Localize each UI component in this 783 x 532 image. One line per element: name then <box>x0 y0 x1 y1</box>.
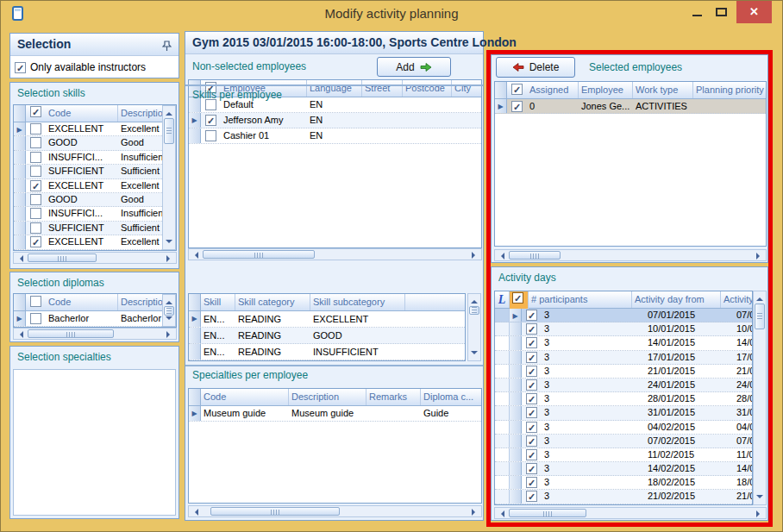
diplomas-grid-header[interactable]: Code Description <box>14 294 176 311</box>
non-selected-horizontal-scrollbar[interactable] <box>188 248 482 260</box>
selection-header: Selection <box>17 37 71 51</box>
skills-per-employee-header[interactable]: Skill Skill category Skill subcategory <box>189 294 465 311</box>
row-checkbox[interactable] <box>30 166 41 177</box>
non-selected-grid: ✓ Employee Language Street Postcode City… <box>188 79 482 248</box>
cell: GOOD <box>310 328 405 343</box>
close-button[interactable]: ✕ <box>736 1 772 23</box>
skills-vertical-scrollbar[interactable] <box>162 105 176 250</box>
row-checkbox[interactable]: ✓ <box>205 115 216 126</box>
row-checkbox[interactable] <box>30 137 41 148</box>
col-skill-category[interactable]: Skill category <box>235 294 310 310</box>
row-checkbox[interactable]: ✓ <box>30 236 41 247</box>
col-remarks[interactable]: Remarks <box>366 389 421 405</box>
non-selected-rows: DefaultEN▶✓Jefferson AmyENCashier 01EN <box>189 97 481 144</box>
selection-diplomas-panel: Selection diplomas Code Description ▶Bac… <box>9 272 179 342</box>
row-selector[interactable] <box>14 179 26 192</box>
skills-horizontal-scrollbar[interactable] <box>13 252 177 264</box>
skills-row[interactable]: INSUFFICI...Insufficient <box>14 151 176 165</box>
row-selector[interactable] <box>14 165 26 178</box>
skills-rows: ▶EXCELLENTExcellentGOODGoodINSUFFICI...I… <box>14 122 176 250</box>
cell: EXCELLENT <box>310 311 405 327</box>
skills-per-employee-vertical-scrollbar[interactable] <box>467 293 481 361</box>
row-selector[interactable] <box>14 222 26 235</box>
diplomas-vertical-scrollbar[interactable] <box>162 294 176 327</box>
only-available-checkbox[interactable]: ✓ <box>15 62 26 73</box>
cell: READING <box>235 360 310 361</box>
cell: EXCELLENT <box>46 235 118 248</box>
cell: SUFFICIENT <box>46 165 118 178</box>
add-button[interactable]: Add <box>377 57 451 77</box>
row-selector[interactable]: ▶ <box>189 113 201 128</box>
skills-row[interactable]: SUFFICIENTSufficient <box>14 165 176 178</box>
row-selector[interactable]: ▶ <box>14 311 26 326</box>
skills-row[interactable]: GOODGood <box>14 193 176 207</box>
row-checkbox[interactable] <box>205 130 216 141</box>
specialties-per-employee-header[interactable]: Code Description Remarks Diploma c... <box>189 389 481 406</box>
skills-row[interactable]: INSUFFICI...Insufficient <box>14 207 176 221</box>
row-checkbox[interactable] <box>30 208 41 219</box>
skills-row[interactable]: SUFFICIENTSufficient <box>14 222 176 235</box>
row-selector[interactable]: ▶ <box>189 406 201 421</box>
minimize-button[interactable] <box>692 15 702 16</box>
specialties-horizontal-scrollbar[interactable] <box>188 505 482 517</box>
skills-row[interactable]: ✓EXCELLENTExcellent <box>14 235 176 249</box>
row-selector[interactable]: ▶ <box>189 311 201 327</box>
selection-skills-panel: Selection skills ✓ Code Description ▶EXC… <box>9 82 179 269</box>
skills-row[interactable]: ✓EXCELLENTExcellent <box>14 179 176 193</box>
row-selector[interactable] <box>14 207 26 220</box>
row-selector[interactable] <box>189 344 201 360</box>
col-code[interactable]: Code <box>46 294 118 310</box>
row-checkbox[interactable] <box>30 222 41 234</box>
row-selector[interactable] <box>189 360 201 361</box>
skills-row[interactable]: ▶EXCELLENTExcellent <box>14 122 176 136</box>
col-description[interactable]: Description <box>289 389 366 405</box>
diplomas-row[interactable]: ▶BacherlorBacherlor ... <box>14 311 176 327</box>
col-code[interactable]: Code <box>201 389 289 405</box>
col-skill-subcategory[interactable]: Skill subcategory <box>310 294 405 310</box>
selection-specialties-label: Selection specialties <box>10 347 179 363</box>
row-selector[interactable] <box>189 128 201 143</box>
skills-per-employee-row[interactable]: EN...READINGINSUFFICIENT <box>189 344 465 360</box>
row-checkbox[interactable] <box>30 194 41 205</box>
pin-icon[interactable] <box>162 41 172 52</box>
cell <box>452 113 481 128</box>
non-selected-row[interactable]: ▶✓Jefferson AmyEN <box>189 113 481 128</box>
cell: Museum guide <box>289 406 366 421</box>
header-selector <box>14 105 26 122</box>
cell: GOOD <box>46 136 118 149</box>
row-selector[interactable]: ▶ <box>14 122 26 135</box>
row-selector[interactable] <box>14 193 26 206</box>
maximize-button[interactable] <box>716 8 727 16</box>
cell: INSUFFICI... <box>46 207 118 220</box>
skills-per-employee-row[interactable]: ▶EN...READINGEXCELLENT <box>189 311 465 328</box>
row-checkbox[interactable] <box>30 152 41 163</box>
skills-per-employee-row[interactable]: EN...READINGSUFFICIENT <box>189 360 465 361</box>
non-selected-row[interactable]: Cashier 01EN <box>189 128 481 144</box>
specialties-per-employee-grid: Code Description Remarks Diploma c... ▶M… <box>188 388 482 504</box>
cell <box>452 128 481 143</box>
cell <box>362 113 403 128</box>
row-checkbox[interactable] <box>30 313 41 324</box>
cell: EXCELLENT <box>46 122 118 135</box>
diplomas-header-checkbox[interactable] <box>30 296 41 307</box>
col-code[interactable]: Code <box>46 105 118 122</box>
skills-header-checkbox[interactable]: ✓ <box>30 106 41 117</box>
col-diploma[interactable]: Diploma c... <box>421 389 481 405</box>
skills-grid-header[interactable]: ✓ Code Description <box>14 105 176 122</box>
row-selector[interactable] <box>14 136 26 149</box>
row-checkbox[interactable]: ✓ <box>30 180 41 191</box>
row-selector[interactable] <box>14 235 26 248</box>
selection-skills-grid: ✓ Code Description ▶EXCELLENTExcellentGO… <box>13 104 177 251</box>
specialties-row[interactable]: ▶Museum guideMuseum guideGuide <box>189 406 481 422</box>
diplomas-horizontal-scrollbar[interactable] <box>13 328 177 340</box>
skills-per-employee-row[interactable]: EN...READINGGOOD <box>189 328 465 344</box>
cell: Bacherlor <box>46 311 118 326</box>
row-selector[interactable] <box>14 151 26 164</box>
col-skill[interactable]: Skill <box>201 294 235 310</box>
row-selector[interactable] <box>189 328 201 343</box>
specialties-per-employee-label: Specialties per employee <box>185 365 308 381</box>
only-available-label: Only available instructors <box>30 61 146 73</box>
cell: INSUFFICI... <box>46 151 118 164</box>
skills-row[interactable]: GOODGood <box>14 136 176 150</box>
row-checkbox[interactable] <box>30 123 41 135</box>
